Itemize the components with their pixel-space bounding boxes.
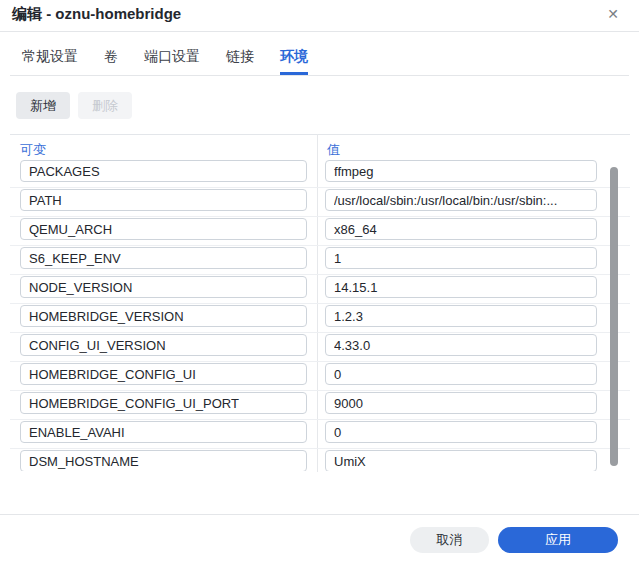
env-variable-row — [0, 218, 639, 247]
variable-input[interactable] — [20, 421, 307, 443]
variable-input[interactable] — [20, 334, 307, 356]
env-variable-row — [0, 363, 639, 392]
env-variable-row — [0, 160, 639, 189]
env-variable-row — [0, 392, 639, 421]
variable-input[interactable] — [20, 305, 307, 327]
value-input[interactable] — [325, 334, 597, 356]
table-header: 可变 值 — [10, 134, 630, 158]
variable-input[interactable] — [20, 276, 307, 298]
value-input[interactable] — [325, 421, 597, 443]
value-input[interactable] — [325, 160, 597, 182]
tab-port-settings[interactable]: 端口设置 — [144, 40, 200, 75]
tab-environment[interactable]: 环境 — [280, 40, 308, 75]
edit-container-dialog: 编辑 - oznu-homebridge ✕ 常规设置 卷 端口设置 链接 环境… — [0, 0, 639, 564]
value-input[interactable] — [325, 276, 597, 298]
tab-volume[interactable]: 卷 — [104, 40, 118, 75]
variable-input[interactable] — [20, 160, 307, 182]
close-icon[interactable]: ✕ — [603, 4, 623, 24]
value-input[interactable] — [325, 189, 597, 211]
cancel-button[interactable]: 取消 — [410, 527, 489, 553]
dialog-title: 编辑 - oznu-homebridge — [12, 5, 181, 24]
value-input[interactable] — [325, 450, 597, 471]
env-toolbar: 新增 删除 — [16, 92, 132, 119]
env-table-viewport — [0, 158, 639, 471]
tab-general-settings[interactable]: 常规设置 — [22, 40, 78, 75]
value-input[interactable] — [325, 392, 597, 414]
env-variable-row — [0, 334, 639, 363]
value-input[interactable] — [325, 218, 597, 240]
column-header-variable: 可变 — [20, 141, 46, 159]
value-input[interactable] — [325, 305, 597, 327]
variable-input[interactable] — [20, 247, 307, 269]
tab-links[interactable]: 链接 — [226, 40, 254, 75]
add-button[interactable]: 新增 — [16, 92, 70, 119]
tab-bar: 常规设置 卷 端口设置 链接 环境 — [10, 40, 629, 76]
footer-divider — [0, 514, 639, 515]
variable-input[interactable] — [20, 392, 307, 414]
vertical-scrollbar[interactable] — [610, 167, 618, 466]
title-divider — [0, 31, 639, 32]
apply-button[interactable]: 应用 — [498, 527, 618, 553]
env-variable-row — [0, 305, 639, 334]
variable-input[interactable] — [20, 363, 307, 385]
env-variable-row — [0, 421, 639, 450]
column-header-value: 值 — [327, 141, 340, 159]
env-variable-row — [0, 247, 639, 276]
delete-button: 删除 — [78, 92, 132, 119]
variable-input[interactable] — [20, 189, 307, 211]
env-variable-row — [0, 189, 639, 218]
variable-input[interactable] — [20, 218, 307, 240]
env-variable-row — [0, 450, 639, 471]
env-rows — [0, 158, 639, 471]
env-variable-row — [0, 276, 639, 305]
variable-input[interactable] — [20, 450, 307, 471]
value-input[interactable] — [325, 247, 597, 269]
value-input[interactable] — [325, 363, 597, 385]
